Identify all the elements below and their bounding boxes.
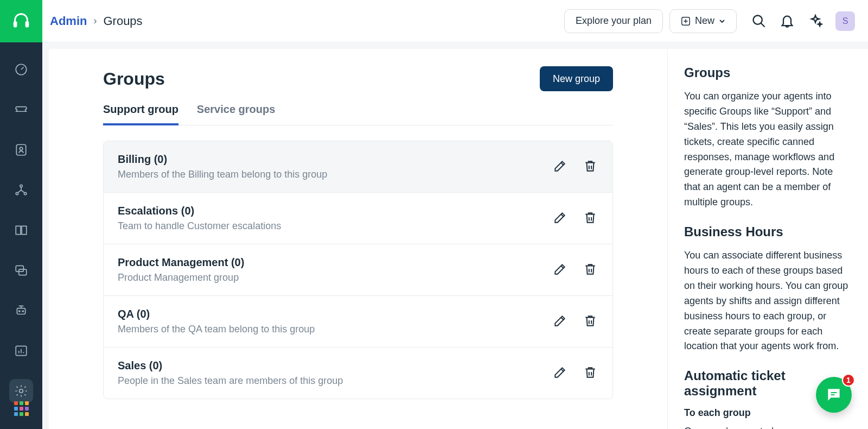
headset-icon xyxy=(11,11,31,31)
chevron-right-icon: › xyxy=(93,15,97,27)
nav-chat[interactable] xyxy=(9,258,33,282)
svg-point-14 xyxy=(20,389,23,393)
trash-icon xyxy=(583,159,597,173)
user-avatar[interactable]: S xyxy=(835,11,855,31)
book-icon xyxy=(14,223,28,237)
nav-admin[interactable] xyxy=(9,379,33,403)
svg-rect-8 xyxy=(16,266,23,272)
edit-icon xyxy=(553,365,567,380)
edit-group-button[interactable] xyxy=(553,211,568,226)
new-button-label: New xyxy=(695,15,714,27)
svg-rect-10 xyxy=(17,308,25,314)
group-description: Product Management group xyxy=(118,272,553,283)
left-nav-rail xyxy=(0,0,42,429)
svg-rect-0 xyxy=(14,21,17,27)
tab-support-group[interactable]: Support group xyxy=(103,103,178,125)
group-description: Team to handle Customer escalations xyxy=(118,220,553,232)
new-group-button[interactable]: New group xyxy=(540,66,613,91)
contact-icon xyxy=(14,143,28,157)
page-content: Groups New group Support groupService gr… xyxy=(49,49,667,429)
group-title: QA (0) xyxy=(118,308,553,320)
search-button[interactable] xyxy=(751,13,767,29)
group-row[interactable]: QA (0)Members of the QA team belong to t… xyxy=(104,296,612,348)
help-panel: Groups You can organize your agents into… xyxy=(667,49,868,429)
group-row[interactable]: Product Management (0)Product Management… xyxy=(104,244,612,296)
gauge-icon xyxy=(14,62,28,77)
group-row[interactable]: Billing (0)Members of the Billing team b… xyxy=(104,141,612,193)
avatar-initial: S xyxy=(843,16,848,26)
trash-icon xyxy=(583,262,597,276)
nav-dashboard[interactable] xyxy=(9,58,33,81)
apps-grid-icon xyxy=(14,401,29,416)
svg-point-12 xyxy=(22,311,23,312)
svg-point-11 xyxy=(19,311,20,312)
help-text-groups: You can organize your agents into specif… xyxy=(684,89,852,210)
breadcrumb-current: Groups xyxy=(103,14,142,28)
sparkle-icon xyxy=(808,14,823,29)
chat-fab[interactable]: 1 xyxy=(816,377,852,413)
group-description: People in the Sales team are members of … xyxy=(118,375,553,387)
nav-bot[interactable] xyxy=(9,299,33,323)
chart-icon xyxy=(14,344,28,358)
page-title: Groups xyxy=(103,69,165,89)
delete-group-button[interactable] xyxy=(583,262,598,277)
svg-point-16 xyxy=(754,15,762,24)
edit-group-button[interactable] xyxy=(553,159,568,174)
delete-group-button[interactable] xyxy=(583,159,598,174)
explore-plan-button[interactable]: Explore your plan xyxy=(564,9,663,33)
group-title: Billing (0) xyxy=(118,153,553,166)
plus-box-icon xyxy=(681,16,691,26)
group-row[interactable]: Escalations (0)Team to handle Customer e… xyxy=(104,193,612,244)
top-bar: Admin › Groups Explore your plan New S xyxy=(42,0,868,42)
nav-knowledge[interactable] xyxy=(9,218,33,242)
edit-group-button[interactable] xyxy=(553,365,568,381)
chats-icon xyxy=(14,263,28,277)
group-description: Members of the QA team belong to this gr… xyxy=(118,324,553,335)
brand-logo[interactable] xyxy=(0,0,42,42)
bot-icon xyxy=(14,304,28,318)
delete-group-button[interactable] xyxy=(583,314,598,329)
breadcrumb: Admin › Groups xyxy=(50,14,143,28)
breadcrumb-admin[interactable]: Admin xyxy=(50,14,87,28)
group-description: Members of the Billing team belong to th… xyxy=(118,169,553,180)
group-title: Sales (0) xyxy=(118,359,553,372)
edit-group-button[interactable] xyxy=(553,314,568,329)
svg-point-4 xyxy=(20,147,22,150)
help-text-auto-assign: Once you’ve created your groups, can set… xyxy=(684,424,852,429)
svg-rect-9 xyxy=(19,269,27,275)
trash-icon xyxy=(583,314,597,328)
delete-group-button[interactable] xyxy=(583,211,598,226)
help-heading-groups: Groups xyxy=(684,65,852,80)
nav-automation[interactable] xyxy=(9,178,33,202)
chevron-down-icon xyxy=(719,18,725,24)
tabs: Support groupService groups xyxy=(103,103,613,125)
notifications-button[interactable] xyxy=(779,13,795,29)
chat-icon xyxy=(825,386,843,403)
svg-point-5 xyxy=(20,185,22,187)
search-icon xyxy=(751,14,767,29)
app-switcher[interactable] xyxy=(0,401,42,416)
delete-group-button[interactable] xyxy=(583,365,598,381)
edit-icon xyxy=(553,262,567,276)
svg-point-7 xyxy=(24,192,26,194)
nodes-icon xyxy=(14,183,28,197)
svg-point-6 xyxy=(16,192,18,194)
groups-list: Billing (0)Members of the Billing team b… xyxy=(103,141,613,399)
tab-service-groups[interactable]: Service groups xyxy=(197,103,276,125)
edit-icon xyxy=(553,314,567,328)
trash-icon xyxy=(583,365,597,380)
edit-icon xyxy=(553,211,567,225)
ticket-icon xyxy=(14,103,28,117)
help-text-business-hours: You can associate different business hou… xyxy=(684,248,852,354)
group-title: Product Management (0) xyxy=(118,256,553,269)
new-button[interactable]: New xyxy=(669,9,737,33)
main-area: Admin › Groups Explore your plan New S xyxy=(42,0,868,429)
group-row[interactable]: Sales (0)People in the Sales team are me… xyxy=(104,348,612,399)
nav-tickets[interactable] xyxy=(9,98,33,122)
edit-group-button[interactable] xyxy=(553,262,568,277)
ai-sparkle-button[interactable] xyxy=(807,13,824,29)
group-title: Escalations (0) xyxy=(118,205,553,217)
chat-badge: 1 xyxy=(842,374,855,387)
nav-contacts[interactable] xyxy=(9,138,33,162)
nav-reports[interactable] xyxy=(9,339,33,363)
